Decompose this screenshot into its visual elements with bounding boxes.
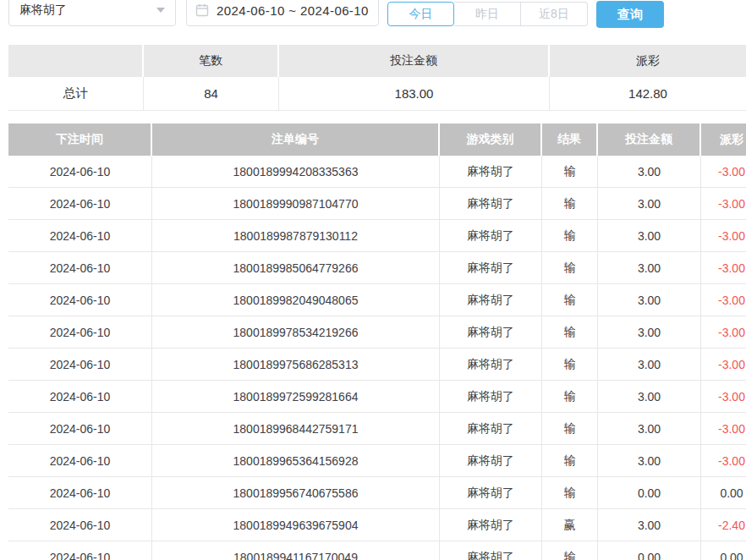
cell-game-type: 麻将胡了 [440,413,542,445]
cell-game-type: 麻将胡了 [440,188,542,220]
cell-payout: 0.00 [701,477,746,509]
cell-bet-time: 2024-06-10 [8,445,152,477]
cell-bet-id: 1800189975686285313 [152,349,440,381]
cell-game-type: 麻将胡了 [440,284,542,316]
cell-bet-amount: 3.00 [598,220,701,252]
table-row: 2024-06-10 1800189987879130112 麻将胡了 输 3.… [8,220,746,252]
header-bet-id: 注单编号 [152,124,440,156]
cell-result: 输 [542,381,598,413]
header-bet-time: 下注时间 [8,124,152,156]
summary-total-label: 总计 [8,77,144,111]
cell-bet-id: 1800189968442759171 [152,413,440,445]
cell-result: 输 [542,349,598,381]
cell-bet-time: 2024-06-10 [8,349,152,381]
cell-payout: 0.00 [701,541,746,560]
table-row: 2024-06-10 1800189972599281664 麻将胡了 输 3.… [8,381,746,413]
table-row: 2024-06-10 1800189956740675586 麻将胡了 输 0.… [8,477,746,509]
cell-bet-id: 1800189941167170049 [152,541,440,560]
calendar-icon [195,3,209,17]
game-select-value: 麻将胡了 [19,3,156,18]
cell-payout: -2.40 [701,509,746,541]
cell-bet-time: 2024-06-10 [8,156,152,188]
summary-header-blank [8,45,144,77]
cell-bet-id: 1800189994208335363 [152,156,440,188]
cell-bet-time: 2024-06-10 [8,188,152,220]
header-bet-amount: 投注金额 [598,124,701,156]
records-table: 下注时间 注单编号 游戏类别 结果 投注金额 派彩 2024-06-10 180… [8,124,746,560]
cell-game-type: 麻将胡了 [440,445,542,477]
last8days-button[interactable]: 近8日 [521,2,588,26]
cell-game-type: 麻将胡了 [440,509,542,541]
cell-bet-amount: 3.00 [598,445,701,477]
cell-payout: -3.00 [701,252,746,284]
cell-game-type: 麻将胡了 [440,477,542,509]
cell-payout: -3.00 [701,316,746,349]
cell-bet-amount: 0.00 [598,541,701,560]
game-select[interactable]: 麻将胡了 [8,0,176,26]
summary-header-count: 笔数 [144,45,279,77]
cell-bet-amount: 3.00 [598,188,701,220]
cell-bet-amount: 3.00 [598,509,701,541]
cell-bet-id: 1800189985064779266 [152,252,440,284]
table-row: 2024-06-10 1800189990987104770 麻将胡了 输 3.… [8,188,746,220]
table-row: 2024-06-10 1800189968442759171 麻将胡了 输 3.… [8,413,746,445]
yesterday-button[interactable]: 昨日 [454,2,521,26]
cell-result: 输 [542,188,598,220]
records-body: 2024-06-10 1800189994208335363 麻将胡了 输 3.… [8,156,746,560]
summary-total-row: 总计 84 183.00 142.80 [8,77,746,111]
cell-bet-time: 2024-06-10 [8,220,152,252]
cell-bet-id: 1800189949639675904 [152,509,440,541]
cell-bet-time: 2024-06-10 [8,477,152,509]
cell-bet-time: 2024-06-10 [8,509,152,541]
cell-bet-time: 2024-06-10 [8,284,152,316]
cell-bet-amount: 3.00 [598,316,701,349]
cell-payout: -3.00 [701,349,746,381]
cell-payout: -3.00 [701,188,746,220]
table-row: 2024-06-10 1800189982049048065 麻将胡了 输 3.… [8,284,746,316]
cell-bet-time: 2024-06-10 [8,381,152,413]
table-row: 2024-06-10 1800189985064779266 麻将胡了 输 3.… [8,252,746,284]
cell-bet-amount: 3.00 [598,252,701,284]
table-row: 2024-06-10 1800189941167170049 麻将胡了 输 0.… [8,541,746,560]
cell-payout: -3.00 [701,445,746,477]
cell-game-type: 麻将胡了 [440,252,542,284]
table-row: 2024-06-10 1800189994208335363 麻将胡了 输 3.… [8,156,746,188]
cell-bet-time: 2024-06-10 [8,541,152,560]
cell-game-type: 麻将胡了 [440,220,542,252]
cell-game-type: 麻将胡了 [440,541,542,560]
table-row: 2024-06-10 1800189975686285313 麻将胡了 输 3.… [8,349,746,381]
query-button[interactable]: 查询 [596,1,664,28]
cell-bet-time: 2024-06-10 [8,252,152,284]
cell-bet-id: 1800189956740675586 [152,477,440,509]
summary-header-payout: 派彩 [550,45,746,77]
table-row: 2024-06-10 1800189949639675904 麻将胡了 赢 3.… [8,509,746,541]
header-game-type: 游戏类别 [440,124,542,156]
cell-bet-amount: 3.00 [598,413,701,445]
today-button[interactable]: 今日 [387,2,454,26]
cell-bet-amount: 3.00 [598,284,701,316]
cell-bet-time: 2024-06-10 [8,413,152,445]
cell-result: 输 [542,316,598,349]
cell-payout: -3.00 [701,156,746,188]
summary-table: 笔数 投注金额 派彩 总计 84 183.00 142.80 [8,45,746,111]
cell-game-type: 麻将胡了 [440,381,542,413]
cell-bet-amount: 3.00 [598,381,701,413]
date-shortcut-group: 今日 昨日 近8日 [387,2,588,26]
header-result: 结果 [542,124,598,156]
cell-bet-id: 1800189987879130112 [152,220,440,252]
summary-header-row: 笔数 投注金额 派彩 [8,45,746,77]
cell-payout: -3.00 [701,381,746,413]
date-range-input[interactable]: 2024-06-10 ~ 2024-06-10 [186,0,379,26]
cell-bet-amount: 0.00 [598,477,701,509]
cell-bet-time: 2024-06-10 [8,316,152,349]
cell-payout: -3.00 [701,220,746,252]
cell-result: 输 [542,541,598,560]
cell-bet-amount: 3.00 [598,156,701,188]
cell-result: 赢 [542,509,598,541]
cell-result: 输 [542,156,598,188]
cell-bet-id: 1800189978534219266 [152,316,440,349]
table-row: 2024-06-10 1800189978534219266 麻将胡了 输 3.… [8,316,746,349]
cell-payout: -3.00 [701,413,746,445]
cell-payout: -3.00 [701,284,746,316]
cell-bet-id: 1800189972599281664 [152,381,440,413]
